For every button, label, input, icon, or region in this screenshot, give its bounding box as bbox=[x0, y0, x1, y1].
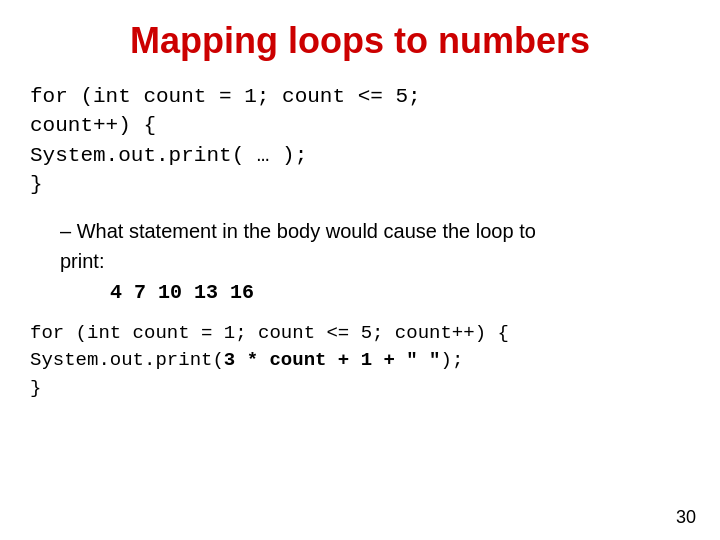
code-block-1: for (int count = 1; count <= 5; count++)… bbox=[30, 82, 690, 200]
code2-line-1: for (int count = 1; count <= 5; count++)… bbox=[30, 320, 690, 348]
code-block-2: for (int count = 1; count <= 5; count++)… bbox=[30, 320, 690, 403]
code2-line2-bold: 3 * count + 1 + " " bbox=[224, 349, 441, 371]
code-line-3: System.out.print( … ); bbox=[30, 141, 690, 170]
slide-title: Mapping loops to numbers bbox=[30, 20, 690, 62]
code2-line2-prefix: System.out.print( bbox=[30, 349, 224, 371]
code-line-2: count++) { bbox=[30, 111, 690, 140]
bullet-text-1: – What statement in the body would cause… bbox=[60, 216, 690, 246]
bullet-section: – What statement in the body would cause… bbox=[60, 216, 690, 308]
bullet-text-2: print: bbox=[60, 246, 690, 276]
code2-line2-suffix: ); bbox=[440, 349, 463, 371]
code-line-4: } bbox=[30, 170, 690, 199]
page-number: 30 bbox=[676, 507, 696, 528]
code2-line-2: System.out.print(3 * count + 1 + " "); bbox=[30, 347, 690, 375]
slide-container: Mapping loops to numbers for (int count … bbox=[0, 0, 720, 540]
code2-line-3: } bbox=[30, 375, 690, 403]
code-line-1: for (int count = 1; count <= 5; bbox=[30, 82, 690, 111]
bullet-numbers: 4 7 10 13 16 bbox=[110, 278, 690, 308]
